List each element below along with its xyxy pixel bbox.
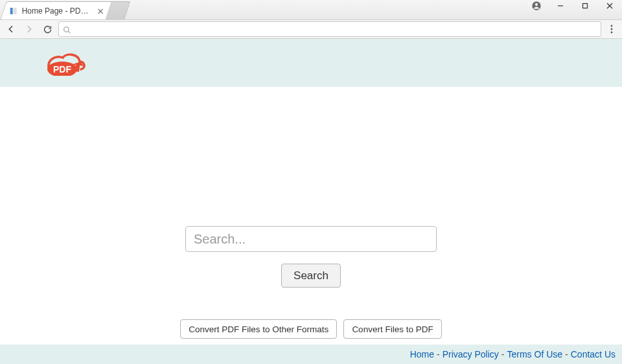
reload-button[interactable] — [40, 22, 54, 36]
browser-menu-button[interactable] — [605, 22, 618, 36]
svg-rect-7 — [14, 8, 17, 14]
footer-separator: - — [565, 349, 568, 359]
browser-tab[interactable]: Home Page - PDF Conve — [0, 1, 113, 19]
svg-rect-3 — [583, 4, 588, 8]
footer-terms-link[interactable]: Terms Of Use — [507, 349, 563, 359]
svg-point-1 — [535, 3, 538, 6]
footer-separator: - — [437, 349, 440, 359]
minimize-button[interactable] — [548, 0, 573, 12]
convert-to-pdf-button[interactable]: Convert Files to PDF — [343, 319, 441, 339]
footer-home-link[interactable]: Home — [410, 349, 434, 359]
maximize-button[interactable] — [573, 0, 597, 12]
search-button[interactable]: Search — [281, 264, 341, 288]
pdf-logo[interactable]: PDF — [42, 50, 87, 76]
tab-favicon-icon — [9, 6, 18, 16]
svg-point-13 — [611, 28, 613, 30]
site-header: PDF — [0, 39, 622, 87]
window-controls — [548, 0, 622, 12]
browser-toolbar — [0, 19, 622, 39]
page-content: PDF Search Convert PDF Files to Other Fo… — [0, 39, 622, 364]
convert-pdf-to-other-button[interactable]: Convert PDF Files to Other Formats — [180, 319, 337, 339]
forward-button[interactable] — [22, 22, 36, 36]
footer-separator: - — [501, 349, 505, 359]
svg-rect-6 — [10, 8, 13, 14]
svg-point-14 — [611, 32, 613, 34]
svg-line-11 — [68, 31, 70, 33]
address-bar[interactable] — [58, 21, 601, 37]
svg-point-10 — [64, 27, 69, 32]
footer-contact-link[interactable]: Contact Us — [571, 349, 616, 359]
search-icon — [63, 25, 71, 34]
convert-row: Convert PDF Files to Other Formats Conve… — [180, 319, 441, 339]
search-input[interactable] — [185, 226, 437, 252]
account-icon[interactable] — [526, 0, 547, 12]
tab-close-button[interactable] — [96, 6, 105, 16]
close-window-button[interactable] — [597, 0, 622, 12]
back-button[interactable] — [4, 22, 18, 36]
address-input[interactable] — [74, 25, 597, 34]
tab-title: Home Page - PDF Conve — [22, 6, 93, 16]
site-footer: Home - Privacy Policy - Terms Of Use - C… — [0, 345, 622, 364]
footer-privacy-link[interactable]: Privacy Policy — [443, 349, 499, 359]
main-content: Search Convert PDF Files to Other Format… — [0, 87, 622, 339]
logo-text: PDF — [53, 64, 71, 74]
svg-point-12 — [611, 25, 613, 27]
